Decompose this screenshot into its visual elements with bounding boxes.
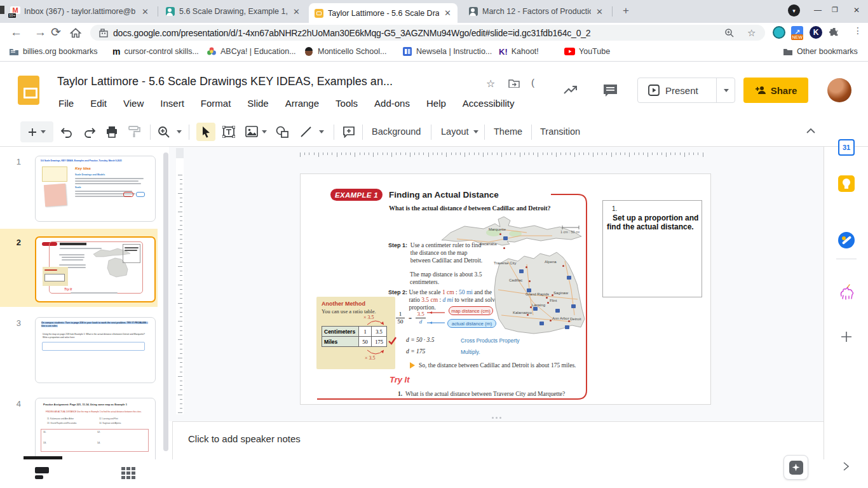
unicorn-icon[interactable] <box>837 283 855 301</box>
slide-3-thumbnail[interactable]: On campus students: Turn to page 218 in … <box>35 317 156 383</box>
doc-title[interactable]: Taylor Lattimore - 5.6 Scale Drawings KE… <box>57 75 393 88</box>
ruler-tick <box>180 372 182 372</box>
zoom-icon[interactable] <box>724 28 735 38</box>
slide-2-thumbnail[interactable]: Try It <box>35 236 156 302</box>
filmstrip-scrollbar[interactable] <box>163 152 168 451</box>
move-folder-icon[interactable] <box>508 79 520 88</box>
keep-icon[interactable] <box>838 175 855 192</box>
bookmark-cursor[interactable]: mcursor-control skills... <box>112 42 199 61</box>
media-controls-icon[interactable]: ▾ <box>788 4 800 17</box>
tab-close-icon[interactable]: ✕ <box>140 7 150 17</box>
background-button[interactable]: Background <box>372 117 421 146</box>
zoom-tool-icon[interactable] <box>158 126 170 138</box>
comment-number: 1. <box>612 205 617 212</box>
speaker-notes[interactable]: Click to add speaker notes <box>172 421 824 459</box>
menu-slide[interactable]: Slide <box>247 98 268 109</box>
image-dropdown-icon[interactable] <box>262 130 267 133</box>
menu-help[interactable]: Help <box>426 98 446 109</box>
share-button[interactable]: Share <box>743 78 808 103</box>
redo-icon[interactable] <box>83 126 96 138</box>
extension-k-icon[interactable]: K <box>810 26 822 39</box>
extension-new-icon[interactable]: ↗NEW <box>791 26 803 38</box>
comments-icon[interactable] <box>602 83 618 97</box>
ruler-tick <box>560 152 561 155</box>
tab-close-icon[interactable]: ✕ <box>443 8 452 18</box>
extension-clock-icon[interactable] <box>773 26 785 39</box>
menu-addons[interactable]: Add-ons <box>374 98 410 109</box>
home-icon[interactable] <box>70 27 81 38</box>
maximize-icon[interactable]: ❐ <box>832 6 838 14</box>
present-button[interactable]: Present <box>637 78 735 103</box>
menu-arrange[interactable]: Arrange <box>285 98 319 109</box>
avatar[interactable] <box>827 78 851 102</box>
tab-close-icon[interactable]: ✕ <box>292 7 301 17</box>
comment-add-icon[interactable] <box>342 126 355 138</box>
bookmark-monticello[interactable]: Monticello School... <box>304 42 386 61</box>
tab-gmail[interactable]: M10+ Inbox (367) - taylor.lattimore@b ✕ <box>5 0 155 23</box>
bookmark-kahoot[interactable]: K!Kahoot! <box>499 42 539 61</box>
bookmark-newsela[interactable]: Newsela | Instructio... <box>402 42 492 61</box>
slide-4-thumbnail[interactable]: Practice Assignment: Page 221, 11-14, Us… <box>35 398 156 459</box>
star-icon[interactable]: ☆ <box>747 27 756 39</box>
tab-slides-4[interactable]: March 12 - Factors of Productio ✕ <box>463 0 609 23</box>
close-icon[interactable]: ✕ <box>853 6 860 15</box>
bookmark-youtube[interactable]: YouTube <box>564 42 610 61</box>
collapse-icon[interactable] <box>806 128 816 134</box>
star-doc-icon[interactable]: ☆ <box>486 78 495 90</box>
line-dropdown-icon[interactable] <box>319 130 324 133</box>
menu-edit[interactable]: Edit <box>90 98 107 109</box>
other-bookmarks[interactable]: Other bookmarks <box>783 42 858 61</box>
tab-active[interactable]: Taylor Lattimore - 5.6 Scale Dra ✕ <box>309 3 458 23</box>
select-cursor-icon[interactable] <box>201 126 211 138</box>
text-box-icon[interactable] <box>222 126 235 138</box>
trend-icon[interactable] <box>563 84 578 97</box>
plus-icon[interactable] <box>840 330 853 343</box>
filmstrip-hscrollbar[interactable] <box>24 456 62 459</box>
reload-icon[interactable]: ⟳ <box>51 23 61 42</box>
transition-button[interactable]: Transition <box>540 117 580 146</box>
menu-insert[interactable]: Insert <box>160 98 184 109</box>
menu-dots-icon[interactable]: ⋮ <box>853 25 862 36</box>
shape-icon[interactable] <box>276 126 288 138</box>
calendar-icon[interactable]: 31 <box>838 139 855 156</box>
thumb3-body: Using the map on page 218 from Example 1… <box>43 333 149 339</box>
omnibox[interactable]: docs.google.com/presentation/d/1-4xn67ab… <box>90 25 765 41</box>
extensions-puzzle-icon[interactable] <box>829 27 839 37</box>
chevron-right-icon[interactable] <box>842 461 850 471</box>
layout-button[interactable]: Layout <box>441 117 478 146</box>
theme-button[interactable]: Theme <box>494 117 522 146</box>
tab-close-icon[interactable]: ✕ <box>595 7 604 17</box>
grid-view-icon[interactable] <box>121 466 136 480</box>
print-icon[interactable] <box>105 126 118 138</box>
slide-1-thumbnail[interactable]: 5.6 Scale Drawings, KEY IDEAS, Examples … <box>35 156 156 222</box>
menu-view[interactable]: View <box>123 98 144 109</box>
undo-icon[interactable] <box>60 126 73 138</box>
tab-slides-2[interactable]: 5.6 Scale Drawing, Example 1, T ✕ <box>160 0 306 23</box>
menu-format[interactable]: Format <box>201 98 231 109</box>
menu-file[interactable]: File <box>58 98 74 109</box>
slides-logo-icon[interactable] <box>18 76 39 105</box>
present-dropdown-icon[interactable] <box>724 89 729 92</box>
forward-icon[interactable]: → <box>34 23 46 42</box>
tasks-icon[interactable] <box>838 232 855 248</box>
thumb2-tryit: Try It <box>64 287 72 291</box>
menu-tools[interactable]: Tools <box>336 98 358 109</box>
new-tab-button[interactable]: + <box>623 4 629 17</box>
bookmark-billies[interactable]: billies.org bookmarks <box>9 42 97 61</box>
notes-resize-handle[interactable] <box>169 414 824 421</box>
url-text[interactable]: docs.google.com/presentation/d/1-4xn67ab… <box>113 28 590 38</box>
back-icon[interactable]: ← <box>10 23 22 42</box>
line-icon[interactable] <box>300 126 312 138</box>
filmstrip-view-icon[interactable] <box>34 466 50 480</box>
bookmark-abcya[interactable]: ABCya! | Education... <box>207 42 296 61</box>
thumb1-scale: Scale <box>75 186 81 189</box>
paint-format-icon[interactable] <box>128 126 140 138</box>
image-icon[interactable] <box>245 126 258 138</box>
zoom-dropdown-icon[interactable] <box>177 130 182 133</box>
menu-accessibility[interactable]: Accessibility <box>463 98 515 109</box>
minimize-icon[interactable]: — <box>814 6 822 15</box>
new-slide-button[interactable] <box>20 121 53 142</box>
thumb1-sticky-note <box>44 184 67 207</box>
comment-text-box[interactable]: 1. Set up a proportion and find the actu… <box>602 200 702 297</box>
explore-button[interactable] <box>783 455 808 480</box>
